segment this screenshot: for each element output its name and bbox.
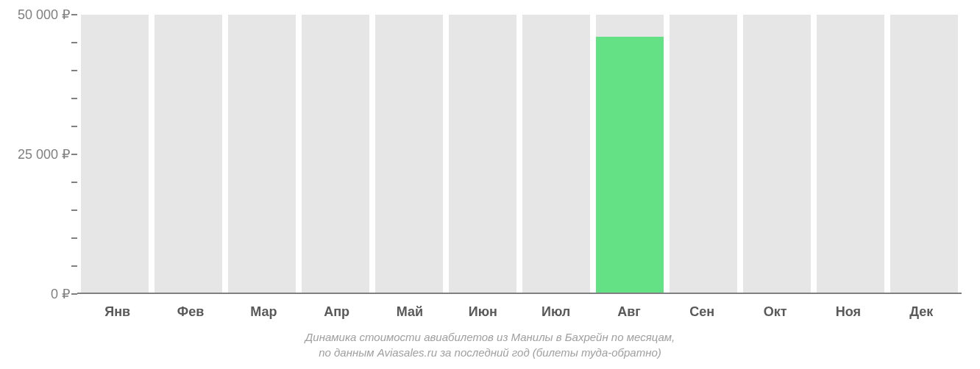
bar-slot	[522, 15, 590, 294]
y-axis-label: 0 ₽	[51, 286, 70, 302]
bar-slot	[743, 15, 811, 294]
plot-area: 50 000 ₽ 25 000 ₽ 0 ₽ ЯнвФевМарАпрМайИюн…	[81, 15, 958, 294]
y-axis-tick	[71, 265, 77, 267]
x-axis-label: Ноя	[812, 304, 884, 320]
bar-placeholder	[375, 15, 443, 294]
bar-placeholder	[228, 15, 296, 294]
x-axis-label: Янв	[81, 304, 154, 320]
bar-placeholder	[670, 15, 737, 294]
bar-slot	[228, 15, 296, 294]
bar-slot	[670, 15, 737, 294]
bar-slot	[596, 15, 664, 294]
x-axis-label: Дек	[885, 304, 958, 320]
bar-slot	[890, 15, 958, 294]
y-axis-tick	[71, 98, 77, 99]
y-axis-tick	[71, 154, 77, 155]
chart-caption: Динамика стоимости авиабилетов из Манилы…	[0, 329, 980, 360]
y-axis-tick	[71, 42, 77, 43]
bar-placeholder	[522, 15, 590, 294]
y-axis-tick	[71, 237, 77, 239]
y-axis-label: 50 000 ₽	[18, 7, 70, 23]
bar-slot	[81, 15, 149, 294]
bar-slot	[302, 15, 369, 294]
bar-placeholder	[155, 15, 222, 294]
bar-placeholder	[817, 15, 884, 294]
y-axis-tick	[71, 209, 77, 211]
y-axis-tick	[71, 293, 77, 295]
x-axis-label: Май	[373, 304, 446, 320]
y-axis-tick	[71, 70, 77, 71]
bar-slot	[817, 15, 884, 294]
chart-container: 50 000 ₽ 25 000 ₽ 0 ₽ ЯнвФевМарАпрМайИюн…	[0, 0, 980, 369]
x-axis-label: Июл	[519, 304, 592, 320]
x-axis-label: Апр	[300, 304, 373, 320]
bar-placeholder	[449, 15, 516, 294]
x-axis-label: Мар	[227, 304, 300, 320]
bar-slot	[449, 15, 516, 294]
bar-placeholder	[302, 15, 369, 294]
bar-placeholder	[743, 15, 811, 294]
chart-subtitle: по данным Aviasales.ru за последний год …	[0, 345, 980, 360]
chart-title: Динамика стоимости авиабилетов из Манилы…	[0, 329, 980, 345]
x-axis: ЯнвФевМарАпрМайИюнИюлАвгСенОктНояДек	[81, 304, 958, 320]
bar-slot	[155, 15, 222, 294]
bar-slot	[375, 15, 443, 294]
y-axis-tick	[71, 126, 77, 127]
bars-area	[81, 15, 958, 294]
x-axis-label: Окт	[739, 304, 812, 320]
bar-value	[596, 37, 664, 294]
y-axis-tick	[71, 182, 77, 183]
x-axis-label: Фев	[154, 304, 227, 320]
x-axis-label: Сен	[666, 304, 739, 320]
x-axis-label: Авг	[592, 304, 665, 320]
y-axis-tick	[71, 14, 77, 15]
bar-placeholder	[890, 15, 958, 294]
bar-placeholder	[81, 15, 149, 294]
y-axis: 50 000 ₽ 25 000 ₽ 0 ₽	[11, 15, 77, 294]
x-axis-label: Июн	[447, 304, 519, 320]
baseline	[77, 293, 962, 294]
y-axis-label: 25 000 ₽	[18, 146, 70, 162]
